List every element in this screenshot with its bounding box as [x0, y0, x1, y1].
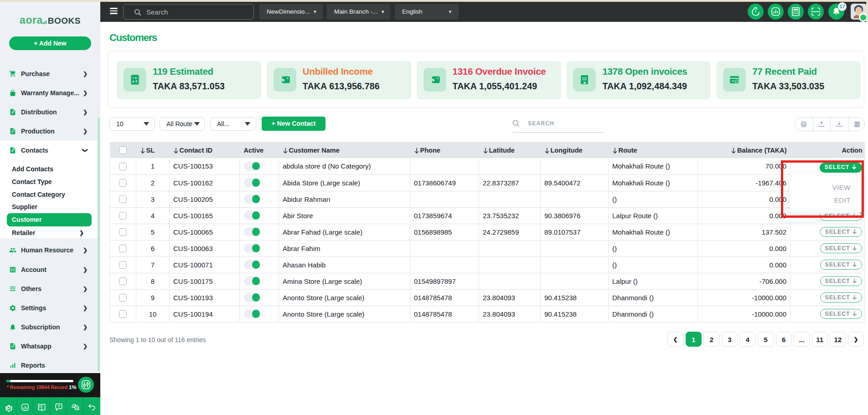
svg-text:?: ?	[57, 404, 60, 409]
